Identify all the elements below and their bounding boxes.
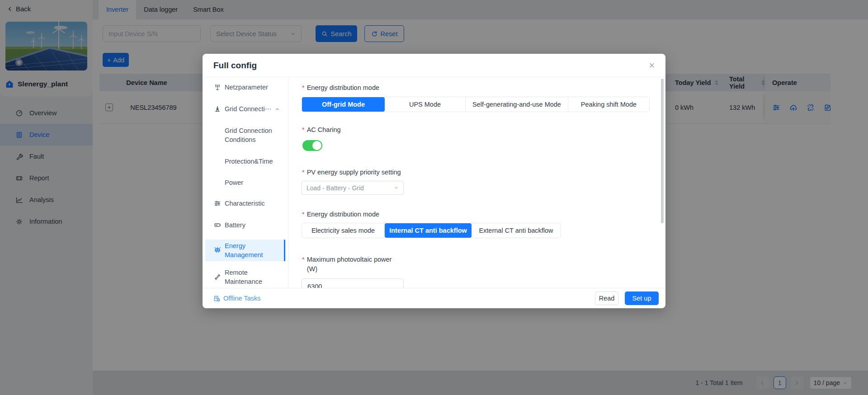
field-label-pv-priority: * PV energy supply priority setting <box>302 168 401 177</box>
option-peaking-shift-mode[interactable]: Peaking shift Mode <box>568 97 649 112</box>
field-label-text: Energy distribution mode <box>307 83 379 93</box>
tower-icon <box>214 105 221 113</box>
required-marker: * <box>302 83 305 93</box>
option-internal-ct-anti-backflow[interactable]: Internal CT anti backflow <box>385 223 472 238</box>
option-off-grid-mode[interactable]: Off-grid Mode <box>302 97 385 112</box>
setup-button[interactable]: Set up <box>625 292 659 305</box>
required-marker: * <box>302 168 305 177</box>
required-marker: * <box>302 210 305 219</box>
modal-body: Netzparameter Grid Connecti⋯ Grid Connec… <box>203 78 665 288</box>
modal-footer: Offline Tasks Read Set up <box>203 288 665 308</box>
pv-priority-value: Load - Battery - Grid <box>307 184 364 192</box>
nav-label: Protection&Time <box>225 157 279 166</box>
offline-tasks-link[interactable]: Offline Tasks <box>213 295 260 302</box>
required-marker: * <box>302 255 305 274</box>
nav-label: Characteristic <box>225 199 279 208</box>
nav-label: Power <box>225 178 279 187</box>
full-config-modal: Full config × Netzparameter Grid Connect… <box>203 54 665 308</box>
config-nav-protection-time[interactable]: Protection&Time <box>205 152 285 170</box>
modal-content: * Energy distribution mode Off-grid Mode… <box>288 78 665 288</box>
option-self-generating-mode[interactable]: Self-generating-and-use Mode <box>466 97 568 112</box>
nav-label: Battery <box>225 221 279 230</box>
read-button[interactable]: Read <box>595 292 618 305</box>
antenna-icon <box>214 84 221 91</box>
field-label-ac-charging: * AC Charing <box>302 125 341 135</box>
energy-mode-1-segmented: Off-grid Mode UPS Mode Self-generating-a… <box>302 97 650 112</box>
pv-priority-select[interactable]: Load - Battery - Grid <box>302 181 404 195</box>
sliders-icon <box>214 200 221 207</box>
config-nav-remote-maintenance[interactable]: Remote Maintenance <box>205 264 285 288</box>
config-nav-battery[interactable]: Battery <box>205 216 285 234</box>
nav-label: Grid Connection Conditions <box>225 126 279 144</box>
field-label-max-pv-power: * Maximum photovoltaic power (W) <box>302 255 392 274</box>
nav-label: Grid Connecti⋯ <box>225 104 279 113</box>
modal-header: Full config × <box>203 54 665 77</box>
field-label-energy-mode-1: * Energy distribution mode <box>302 83 379 93</box>
config-nav-characteristic[interactable]: Characteristic <box>205 194 285 212</box>
config-nav-grid-connection[interactable]: Grid Connecti⋯ <box>205 100 285 118</box>
field-label-text: PV energy supply priority setting <box>307 168 401 177</box>
field-label-text: AC Charing <box>307 125 341 135</box>
offline-tasks-icon <box>213 295 220 302</box>
config-nav-power[interactable]: Power <box>205 174 285 192</box>
field-label-text: Maximum photovoltaic power (W) <box>307 255 392 274</box>
nav-label: Netzparameter <box>225 83 279 92</box>
nav-label: Remote Maintenance <box>225 268 279 286</box>
remote-wrench-icon <box>214 273 221 281</box>
nav-label: Energy Management <box>225 241 279 259</box>
energy-mode-2-segmented: Electricity sales mode Internal CT anti … <box>302 223 561 238</box>
app-window: Back <box>0 0 868 395</box>
offline-tasks-label: Offline Tasks <box>223 295 260 302</box>
solar-panel-icon <box>214 247 221 254</box>
modal-nav: Netzparameter Grid Connecti⋯ Grid Connec… <box>203 78 288 288</box>
ac-charging-toggle[interactable] <box>302 140 322 151</box>
chevron-down-icon <box>394 185 399 190</box>
toggle-knob <box>312 141 321 150</box>
option-external-ct-anti-backflow[interactable]: External CT anti backflow <box>472 223 561 238</box>
modal-title: Full config <box>213 61 257 71</box>
active-nav-indicator <box>284 240 285 261</box>
option-ups-mode[interactable]: UPS Mode <box>385 97 466 112</box>
option-electricity-sales-mode[interactable]: Electricity sales mode <box>302 223 385 238</box>
config-nav-netzparameter[interactable]: Netzparameter <box>205 78 285 96</box>
max-pv-power-input[interactable] <box>302 278 404 288</box>
field-label-energy-mode-2: * Energy distribution mode <box>302 210 379 219</box>
close-icon[interactable]: × <box>649 61 655 71</box>
chevron-up-icon <box>275 107 280 112</box>
config-nav-grid-connection-conditions[interactable]: Grid Connection Conditions <box>205 122 285 148</box>
field-label-text: Energy distribution mode <box>307 210 379 219</box>
battery-icon <box>214 221 221 229</box>
config-nav-energy-management[interactable]: Energy Management <box>205 240 285 261</box>
modal-scrollbar[interactable] <box>661 79 664 223</box>
required-marker: * <box>302 125 305 135</box>
